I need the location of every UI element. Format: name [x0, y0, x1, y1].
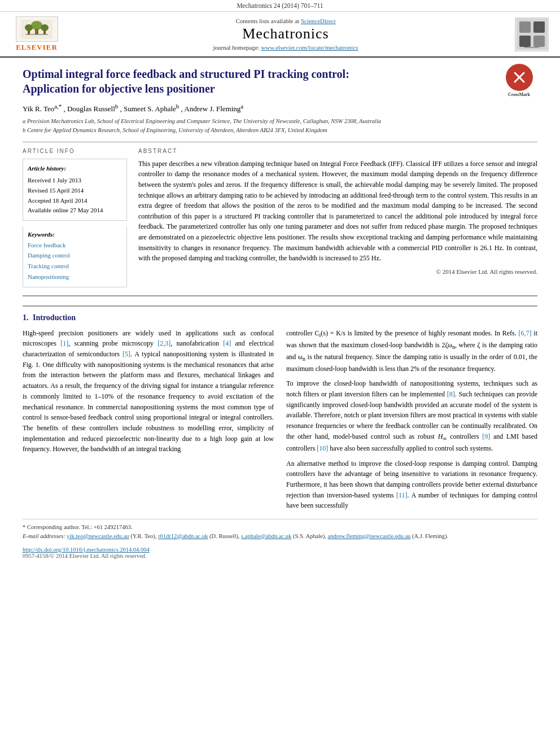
section-divider-1	[23, 142, 537, 142]
email3-name: (S.S. Aphale),	[293, 533, 328, 539]
crossmark-badge-area: CrossMark	[501, 67, 537, 95]
journal-header: ELSEVIER Contents lists available at Sci…	[0, 12, 560, 58]
intro-two-col: High-speed precision positioners are wid…	[23, 328, 537, 512]
email3-link[interactable]: s.aphale@abdn.ac.uk	[241, 533, 291, 539]
author-russell: , Douglas Russell	[63, 104, 115, 113]
homepage-link[interactable]: www.elsevier.com/locate/mechatronics	[261, 44, 358, 51]
svg-rect-10	[533, 21, 545, 33]
issn-copyright: 0957-4158/© 2014 Elsevier Ltd. All right…	[23, 553, 537, 559]
svg-rect-11	[519, 36, 531, 47]
affiliation-b: b Centre for Applied Dynamics Research, …	[23, 126, 537, 135]
emails-label: E-mail addresses:	[23, 533, 65, 539]
svg-point-1	[31, 21, 42, 30]
history-title: Article history:	[28, 164, 122, 174]
article-history-box: Article history: Received 1 July 2013 Re…	[23, 159, 127, 221]
keyword-3: Tracking control	[28, 261, 122, 272]
intro-title-text: Introduction	[33, 313, 76, 322]
elsevier-logo-area: ELSEVIER	[11, 16, 62, 52]
intro-title: 1. Introduction	[23, 313, 537, 322]
intro-left-text: High-speed precision positioners are wid…	[23, 328, 274, 455]
journal-homepage: journal homepage: www.elsevier.com/locat…	[68, 44, 504, 51]
abstract-text: This paper describes a new vibration dam…	[138, 159, 537, 264]
mechatronics-logo: Mechatronics	[515, 18, 549, 51]
email2-name: (D. Russell),	[209, 533, 241, 539]
journal-citation: Mechatronics 24 (2014) 701–711	[237, 2, 323, 9]
svg-rect-12	[533, 36, 545, 47]
svg-rect-4	[28, 30, 30, 34]
available-date: Available online 27 May 2014	[28, 206, 122, 216]
keywords-box: Keywords: Force feedback Damping control…	[23, 226, 127, 287]
svg-rect-9	[519, 21, 531, 33]
received-date: Received 1 July 2013	[28, 176, 122, 186]
contents-available-line: Contents lists available at ScienceDirec…	[68, 18, 504, 24]
introduction-section: 1. Introduction High-speed precision pos…	[23, 305, 537, 512]
email2-link[interactable]: r01dr12@abdn.ac.uk	[158, 533, 208, 539]
revised-date: Revised 15 April 2014	[28, 186, 122, 196]
abstract-column: ABSTRACT This paper describes a new vibr…	[138, 148, 537, 287]
svg-rect-2	[35, 29, 38, 34]
author-russell-sup: b	[115, 103, 118, 110]
author-aphale: , Sumeet S. Aphale	[120, 104, 176, 113]
intro-right-text: controller Ci(s) = K/s is limited by the…	[286, 328, 537, 512]
email4-name: (A.J. Fleming).	[412, 533, 448, 539]
author-fleming: , Andrew J. Fleming	[181, 104, 240, 113]
author-teo-sup: a,*	[54, 103, 62, 110]
journal-bar: Mechatronics 24 (2014) 701–711	[0, 0, 560, 12]
keywords-title: Keywords:	[28, 231, 122, 238]
journal-title: Mechatronics	[68, 25, 504, 42]
crossmark-label: CrossMark	[508, 92, 530, 98]
elsevier-tree-logo	[16, 16, 58, 42]
info-abstract-columns: ARTICLE INFO Article history: Received 1…	[23, 148, 537, 287]
accepted-date: Accepted 18 April 2014	[28, 196, 122, 206]
email4-link[interactable]: andrew.fleming@newcastle.edu.au	[327, 533, 410, 539]
svg-text:Mechatronics: Mechatronics	[524, 46, 539, 49]
abstract-copyright: © 2014 Elsevier Ltd. All rights reserved…	[138, 268, 537, 275]
abstract-header: ABSTRACT	[138, 148, 537, 154]
abstract-paragraph: This paper describes a new vibration dam…	[138, 159, 537, 264]
affiliation-a: a Precision Mechatronics Lab, School of …	[23, 117, 537, 126]
author-fleming-sup: a	[240, 103, 243, 110]
title-line1: Optimal integral force feedback and stru…	[23, 67, 492, 81]
journal-header-center: Contents lists available at ScienceDirec…	[68, 18, 504, 51]
keyword-2: Damping control	[28, 250, 122, 261]
author-aphale-sup: b	[176, 103, 179, 110]
footnote-star: * Corresponding author. Tel.: +61 249217…	[23, 523, 537, 532]
section-divider-2	[23, 295, 537, 296]
article-info-header: ARTICLE INFO	[23, 148, 127, 154]
title-line2: Application for objective lens positione…	[23, 81, 492, 96]
doi-section: http://dx.doi.org/10.1016/j.mechatronics…	[23, 547, 537, 559]
doi-link[interactable]: http://dx.doi.org/10.1016/j.mechatronics…	[23, 547, 150, 553]
article-info-column: ARTICLE INFO Article history: Received 1…	[23, 148, 127, 287]
keyword-1: Force feedback	[28, 240, 122, 251]
keyword-4: Nanopositioning	[28, 272, 122, 282]
affiliations: a Precision Mechatronics Lab, School of …	[23, 117, 537, 135]
email1-link[interactable]: yik.teo@newcastle.edu.au	[67, 533, 129, 539]
elsevier-text: ELSEVIER	[16, 43, 58, 52]
footnotes: * Corresponding author. Tel.: +61 249217…	[23, 519, 537, 541]
sciencedirect-link[interactable]: ScienceDirect	[301, 18, 336, 24]
intro-left-col: High-speed precision positioners are wid…	[23, 328, 274, 512]
journal-logo-right: Mechatronics	[509, 18, 549, 51]
author-teo: Yik R. Teo	[23, 104, 54, 113]
email1-name: (Y.R. Teo),	[130, 533, 158, 539]
article-title: Optimal integral force feedback and stru…	[23, 67, 537, 96]
svg-rect-6	[43, 30, 46, 34]
paper-content: Optimal integral force feedback and stru…	[0, 58, 560, 568]
authors-line: Yik R. Teoa,* , Douglas Russellb , Sumee…	[23, 103, 537, 113]
footnote-emails: E-mail addresses: yik.teo@newcastle.edu.…	[23, 532, 537, 541]
intro-right-col: controller Ci(s) = K/s is limited by the…	[286, 328, 537, 512]
